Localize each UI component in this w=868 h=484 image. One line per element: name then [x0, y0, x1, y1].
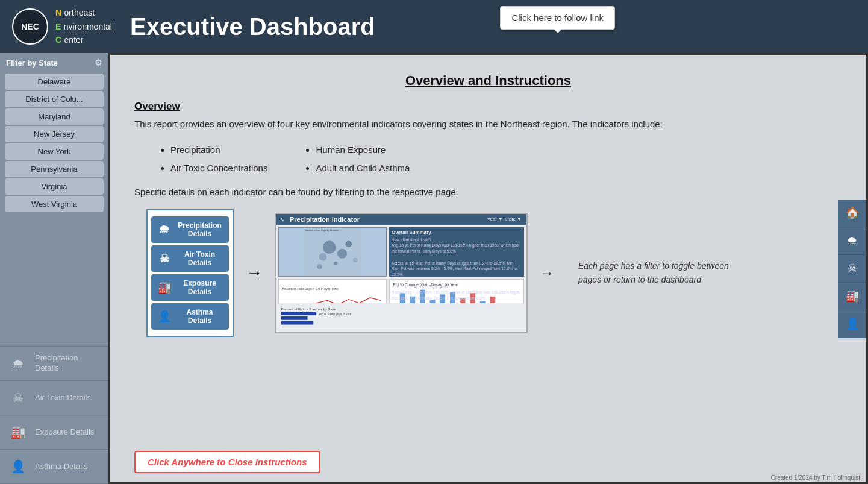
precipitation-icon[interactable]: 🌧	[838, 227, 866, 255]
svg-rect-26	[281, 321, 313, 324]
org-name: N ortheast E nvironmental C enter	[55, 6, 112, 46]
specific-text: Specific details on each indicator can b…	[134, 187, 842, 197]
org-environmental: nvironmental	[64, 22, 112, 31]
page-button-precipitationdetails[interactable]: 🌧Precipitation Details	[151, 216, 229, 243]
instructions-panel: Overview and Instructions Overview This …	[110, 55, 866, 482]
state-button-virginia[interactable]: Virginia	[5, 178, 104, 195]
org-c: C	[55, 35, 61, 45]
bullets-left: PrecipitationAir Toxic Concentrations	[170, 141, 267, 177]
svg-text:Percent of Rain Days by Locati: Percent of Rain Days by Location	[305, 230, 338, 232]
svg-point-5	[345, 240, 352, 247]
filter-icon: ⚙	[95, 58, 102, 68]
org-e: E	[55, 22, 61, 31]
nav-item-precipitationdetails[interactable]: 🌧 Precipitation Details	[0, 347, 108, 381]
svg-point-6	[317, 263, 322, 269]
page-btn-icon: ☠	[157, 252, 172, 265]
page-button-airtoxindetails[interactable]: ☠Air Toxin Details	[151, 245, 229, 272]
svg-rect-25	[281, 316, 308, 320]
home-icon[interactable]: 🏠	[838, 200, 866, 227]
state-button-newyork[interactable]: New York	[5, 143, 104, 160]
footer-text: Created 1/2024 by Tim Holmquist	[771, 474, 860, 481]
org-northeast: ortheast	[64, 8, 95, 17]
instructions-title: Overview and Instructions	[134, 73, 842, 89]
page-btn-icon: 🏭	[157, 281, 172, 294]
nav-item-asthmadetails[interactable]: 👤 Asthma Details	[0, 450, 108, 484]
content-area[interactable]: Overview and Instructions Overview This …	[108, 53, 868, 484]
preview-header: ⊙ Precipitation Indicator Year ▼ State ▼	[276, 214, 526, 225]
state-button-districtofcolu...[interactable]: District of Colu...	[5, 91, 104, 107]
state-button-delaware[interactable]: Delaware	[5, 74, 104, 90]
right-nav-items: 🏠🌧☠🏭👤	[838, 200, 866, 338]
overview-text: This report provides an overview of four…	[134, 118, 842, 131]
page-button-asthmadetails[interactable]: 👤Asthma Details	[151, 303, 229, 330]
nav-label: Air Toxin Details	[35, 393, 91, 403]
bullet-left: Precipitation	[170, 141, 267, 159]
nav-icon: ☠	[7, 387, 29, 409]
nav-label: Exposure Details	[35, 427, 94, 438]
filter-header: Filter by State ⚙	[0, 53, 108, 72]
preview-map: Percent of Rain Days by Location	[278, 227, 387, 277]
nav-icon: 🏭	[7, 421, 29, 443]
svg-point-8	[353, 257, 357, 262]
state-button-westvirginia[interactable]: West Virginia	[5, 196, 104, 212]
tooltip-bubble[interactable]: Click here to follow link	[500, 6, 615, 30]
arrow-to-desc: →	[540, 265, 554, 281]
state-buttons-container: DelawareDistrict of Colu...MarylandNew J…	[0, 72, 108, 213]
nav-icon: 👤	[7, 456, 29, 477]
page-title: Executive Dashboard	[130, 13, 375, 40]
bullet-right: Human Exposure	[316, 141, 410, 159]
org-center: enter	[64, 35, 84, 45]
svg-text:Pct of Rainy Days > 2 in: Pct of Rainy Days > 2 in	[319, 313, 351, 316]
svg-point-4	[319, 253, 327, 260]
nav-label: Precipitation Details	[35, 353, 101, 374]
preview-bottom-section: Percent of Rain > 2 inches by State Pct …	[276, 303, 526, 332]
page-desc: Each page has a filter to toggle between…	[578, 259, 747, 286]
page-btn-icon: 🌧	[157, 223, 172, 236]
tooltip-text: Click here to follow link	[511, 13, 604, 23]
page-buttons-panel: 🌧Precipitation Details☠Air Toxin Details…	[146, 209, 234, 337]
asthma-icon[interactable]: 👤	[838, 310, 866, 338]
state-button-newjersey[interactable]: New Jersey	[5, 126, 104, 142]
svg-point-3	[337, 248, 347, 258]
org-n: N	[55, 8, 61, 17]
nav-label: Asthma Details	[35, 462, 87, 472]
airtoxin-icon[interactable]: ☠	[838, 255, 866, 283]
dashboard-preview: ⊙ Precipitation Indicator Year ▼ State ▼…	[275, 213, 528, 333]
nav-icon: 🌧	[7, 353, 29, 374]
overview-heading: Overview	[134, 101, 842, 113]
svg-text:Percent of Rain > 2 inches by : Percent of Rain > 2 inches by State	[281, 307, 336, 311]
exposure-icon[interactable]: 🏭	[838, 283, 866, 310]
close-btn-container[interactable]: Click Anywhere to Close Instructions	[134, 451, 320, 473]
state-button-pennsylvania[interactable]: Pennsylvania	[5, 161, 104, 177]
header: NEC N ortheast E nvironmental C enter Ex…	[0, 0, 868, 53]
main-layout: Filter by State ⚙ DelawareDistrict of Co…	[0, 53, 868, 484]
bullets-right: Human ExposureAdult and Child Asthma	[316, 141, 410, 177]
svg-text:Percent of Rain Days > 0.5 in : Percent of Rain Days > 0.5 in over Time	[281, 286, 338, 290]
left-sidebar: Filter by State ⚙ DelawareDistrict of Co…	[0, 53, 108, 484]
svg-point-2	[323, 240, 336, 253]
preview-logo-icon: ⊙	[281, 216, 285, 222]
right-nav: 🏠🌧☠🏭👤	[838, 200, 866, 338]
nav-item-airtoxindetails[interactable]: ☠ Air Toxin Details	[0, 381, 108, 415]
diagram-area: 🌧Precipitation Details☠Air Toxin Details…	[146, 209, 842, 337]
filter-label: Filter by State	[6, 58, 58, 68]
svg-point-7	[334, 261, 337, 265]
state-button-maryland[interactable]: Maryland	[5, 108, 104, 125]
bullet-right: Adult and Child Asthma	[316, 159, 410, 177]
logo: NEC	[12, 8, 48, 45]
nav-item-exposuredetails[interactable]: 🏭 Exposure Details	[0, 415, 108, 450]
page-btn-container: 🌧Precipitation Details☠Air Toxin Details…	[151, 216, 229, 330]
page-button-exposuredetails[interactable]: 🏭Exposure Details	[151, 274, 229, 301]
preview-summary: Overall Summary How often does it rain? …	[389, 227, 524, 277]
close-instructions-button[interactable]: Click Anywhere to Close Instructions	[134, 451, 320, 473]
arrow-to-preview: →	[246, 263, 263, 283]
bullet-left: Air Toxic Concentrations	[170, 159, 267, 177]
footer: Created 1/2024 by Tim Holmquist	[771, 474, 860, 481]
page-btn-icon: 👤	[157, 310, 172, 323]
sidebar-nav: 🌧 Precipitation Details ☠ Air Toxin Deta…	[0, 346, 108, 484]
logo-text: NEC	[21, 22, 39, 31]
bullets-container: PrecipitationAir Toxic Concentrations Hu…	[170, 141, 818, 177]
svg-rect-24	[281, 312, 316, 315]
